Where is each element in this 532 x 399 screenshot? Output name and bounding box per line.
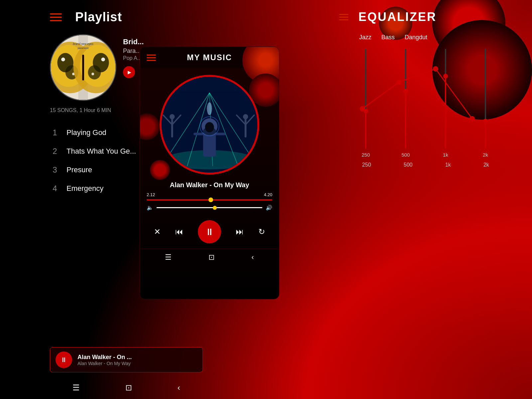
eq-track-1k[interactable] <box>445 49 446 149</box>
shuffle-button[interactable]: ✕ <box>154 227 161 236</box>
eq-label-250: 250 <box>361 152 370 158</box>
track-info-center: Alan Walker - On My Way <box>140 181 279 189</box>
eq-tab-bass[interactable]: Bass <box>381 34 395 42</box>
eq-track-250[interactable] <box>365 49 366 149</box>
svg-point-29 <box>243 114 248 119</box>
album-name: Brid... <box>123 38 144 46</box>
time-labels: 2.12 4.20 <box>147 192 272 197</box>
time-current: 2.12 <box>147 192 155 197</box>
nav-home-icon[interactable]: ⊡ <box>125 383 132 392</box>
eq-label-1k: 1k <box>443 152 448 158</box>
song-title-2: Thats What You Ge... <box>66 147 136 156</box>
playlist-menu-icon[interactable] <box>50 13 62 21</box>
volume-section: 🔈 🔊 <box>140 200 279 215</box>
svg-point-11 <box>88 65 101 79</box>
song-title-4: Emergency <box>66 184 103 193</box>
prev-button[interactable]: ⏮ <box>175 227 183 236</box>
eq-tab-dangdut[interactable]: Dangdut <box>405 34 427 42</box>
song-number-1: 1 <box>50 128 60 137</box>
album-art-large <box>160 75 259 175</box>
svg-point-6 <box>61 58 65 62</box>
mini-track-name: Alan Walker - On ... <box>77 354 132 361</box>
music-nav-back-icon[interactable]: ‹ <box>251 253 254 262</box>
eq-bottom-labels: 250 500 1k 2k <box>339 162 512 168</box>
eq-title: EQUALIZER <box>358 10 437 24</box>
svg-rect-38 <box>215 133 225 135</box>
song-number-2: 2 <box>50 147 60 156</box>
track-name-main: Alan Walker - On My Way <box>140 181 279 189</box>
eq-track-2k[interactable] <box>485 49 486 149</box>
my-music-panel: MY MUSIC <box>140 47 279 299</box>
mini-track-sub: Alan Walker - On My Way <box>77 361 132 366</box>
eq-tab-jazz[interactable]: Jazz <box>359 34 371 42</box>
eq-thumb-500[interactable] <box>403 89 408 93</box>
now-playing-bar: Alan Walker - On ... Alan Walker - On My… <box>50 347 203 372</box>
eq-bottom-2k: 2k <box>483 162 489 168</box>
eq-thumb-1k[interactable] <box>443 74 448 78</box>
song-number-4: 4 <box>50 184 60 193</box>
mini-pause-button[interactable] <box>56 351 72 368</box>
time-total: 4.20 <box>264 192 272 197</box>
volume-fill <box>157 207 215 208</box>
equalizer-panel: EQUALIZER Jazz Bass Dangdut 250 <box>339 10 512 168</box>
my-music-menu-icon[interactable] <box>147 55 156 61</box>
svg-text:brand new eyes: brand new eyes <box>73 42 93 46</box>
svg-rect-37 <box>194 133 204 135</box>
controls-section: ✕ ⏮ ⏸ ⏭ ↻ <box>140 215 279 249</box>
progress-section: 2.12 4.20 <box>140 192 279 200</box>
eq-track-500[interactable] <box>405 49 406 149</box>
playlist-header: Playlist <box>50 10 203 24</box>
svg-point-36 <box>205 122 214 132</box>
eq-bottom-500: 500 <box>404 162 413 168</box>
svg-point-25 <box>170 114 175 119</box>
eq-menu-icon[interactable] <box>339 14 348 20</box>
playlist-title: Playlist <box>75 10 122 24</box>
repeat-button[interactable]: ↻ <box>258 227 265 236</box>
eq-bottom-1k: 1k <box>445 162 451 168</box>
volume-low-icon: 🔈 <box>147 204 153 211</box>
music-nav-menu-icon[interactable]: ☰ <box>165 253 172 262</box>
eq-thumb-2k[interactable] <box>483 119 488 123</box>
svg-text:paramore: paramore <box>77 47 88 50</box>
song-title-1: Playing God <box>66 128 106 137</box>
panel-deco-3 <box>140 113 160 140</box>
svg-rect-28 <box>245 118 247 138</box>
eq-header: EQUALIZER <box>339 10 512 24</box>
album-art-visual <box>162 77 257 173</box>
now-playing-text: Alan Walker - On ... Alan Walker - On My… <box>77 354 132 366</box>
svg-point-12 <box>101 58 105 62</box>
nav-back-icon[interactable]: ‹ <box>178 383 180 392</box>
eq-bottom-250: 250 <box>362 162 371 168</box>
eq-label-500: 500 <box>401 152 410 158</box>
volume-high-icon: 🔊 <box>266 204 272 211</box>
svg-point-32 <box>207 102 212 115</box>
music-nav-home-icon[interactable]: ⊡ <box>208 253 214 262</box>
playlist-bottom-nav: ☰ ⊡ ‹ <box>50 383 203 392</box>
eq-label-2k: 2k <box>483 152 488 158</box>
svg-point-13 <box>91 73 94 75</box>
nav-menu-icon[interactable]: ☰ <box>72 383 80 392</box>
svg-rect-14 <box>82 55 84 80</box>
my-music-bottom-nav: ☰ ⊡ ‹ <box>140 249 279 266</box>
play-pause-button[interactable]: ⏸ <box>198 220 221 243</box>
eq-tabs: Jazz Bass Dangdut <box>339 34 512 42</box>
eq-thumb-250[interactable] <box>363 109 368 113</box>
volume-thumb[interactable] <box>213 206 217 210</box>
volume-bar[interactable] <box>157 207 262 208</box>
youtube-play-button[interactable] <box>123 66 135 78</box>
svg-rect-24 <box>171 118 173 138</box>
album-art: brand new eyes paramore <box>50 34 116 101</box>
song-number-3: 3 <box>50 165 60 175</box>
next-button[interactable]: ⏭ <box>236 227 244 236</box>
my-music-title: MY MUSIC <box>187 53 232 62</box>
song-title-3: Presure <box>66 166 92 174</box>
